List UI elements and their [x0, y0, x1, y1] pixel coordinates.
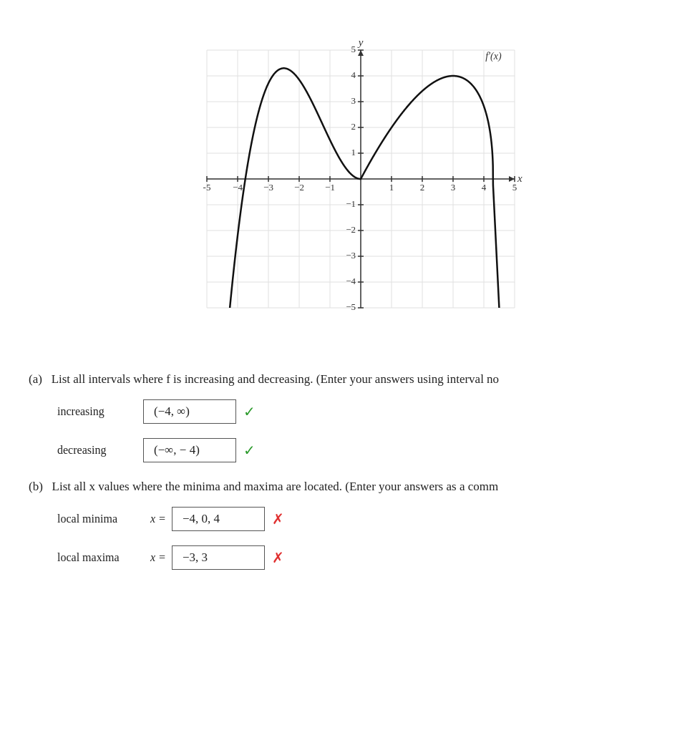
minima-eq-sign: x = [150, 513, 166, 525]
part-a-section: (a) List all intervals where f is increa… [21, 372, 679, 462]
local-minima-row: local minima x = −4, 0, 4 ✗ [57, 507, 679, 531]
part-b-letter: (b) [29, 480, 43, 493]
maxima-eq-sign: x = [150, 551, 166, 564]
part-b-section: (b) List all x values where the minima a… [21, 480, 679, 570]
function-graph [150, 21, 550, 351]
decreasing-row: decreasing (−∞, − 4) ✓ [57, 438, 679, 462]
decreasing-check-icon: ✓ [243, 442, 256, 459]
part-a-label: (a) List all intervals where f is increa… [29, 372, 679, 387]
local-minima-label: local minima [57, 513, 143, 525]
part-a-letter: (a) [29, 372, 42, 386]
increasing-check-icon: ✓ [243, 403, 256, 420]
local-minima-answer-box[interactable]: −4, 0, 4 [172, 507, 265, 531]
increasing-answer-box[interactable]: (−4, ∞) [143, 399, 236, 424]
decreasing-label: decreasing [57, 444, 143, 457]
increasing-row: increasing (−4, ∞) ✓ [57, 399, 679, 424]
part-a-question: List all intervals where f is increasing… [52, 372, 500, 386]
local-minima-cross-icon: ✗ [272, 510, 284, 528]
local-maxima-cross-icon: ✗ [272, 549, 284, 566]
local-maxima-row: local maxima x = −3, 3 ✗ [57, 545, 679, 570]
decreasing-answer-box[interactable]: (−∞, − 4) [143, 438, 236, 462]
part-b-label: (b) List all x values where the minima a… [29, 480, 679, 494]
graph-container [21, 21, 679, 351]
part-b-question: List all x values where the minima and m… [52, 480, 499, 493]
local-maxima-answer-box[interactable]: −3, 3 [172, 545, 265, 570]
local-maxima-label: local maxima [57, 551, 143, 564]
increasing-label: increasing [57, 405, 143, 418]
